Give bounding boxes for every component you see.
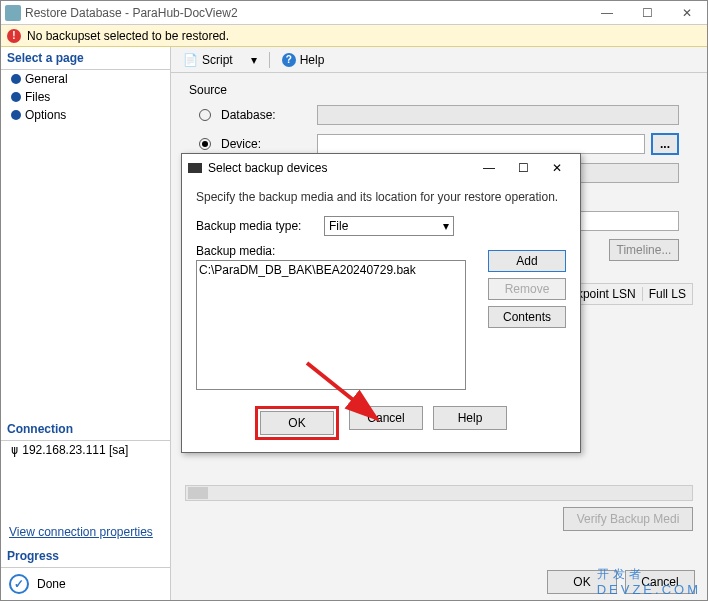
script-button[interactable]: 📄 Script	[177, 51, 239, 69]
dialog-close[interactable]: ✕	[540, 161, 574, 175]
nav-options[interactable]: Options	[1, 106, 170, 124]
select-backup-devices-dialog: Select backup devices — ☐ ✕ Specify the …	[181, 153, 581, 453]
left-nav: Select a page General Files Options Conn…	[1, 47, 171, 600]
dialog-title: Select backup devices	[208, 161, 472, 175]
add-button[interactable]: Add	[488, 250, 566, 272]
dialog-description: Specify the backup media and its locatio…	[182, 182, 580, 212]
select-page-header: Select a page	[1, 47, 170, 70]
help-button[interactable]: ? Help	[276, 51, 331, 69]
warning-text: No backupset selected to be restored.	[27, 29, 229, 43]
source-group-label: Source	[185, 83, 693, 97]
window-titlebar: Restore Database - ParaHub-DocView2 — ☐ …	[1, 1, 707, 25]
nav-files[interactable]: Files	[1, 88, 170, 106]
contents-button[interactable]: Contents	[488, 306, 566, 328]
minimize-button[interactable]: —	[587, 6, 627, 20]
connection-header: Connection	[1, 418, 170, 441]
view-connection-properties-link[interactable]: View connection properties	[1, 519, 170, 545]
ok-highlight-frame: OK	[255, 406, 339, 440]
app-icon	[5, 5, 21, 21]
script-icon: 📄	[183, 53, 198, 67]
dialog-maximize[interactable]: ☐	[506, 161, 540, 175]
page-icon	[11, 74, 21, 84]
warning-icon: !	[7, 29, 21, 43]
dialog-cancel-button[interactable]: Cancel	[349, 406, 423, 430]
page-icon	[11, 92, 21, 102]
help-icon: ?	[282, 53, 296, 67]
main-cancel-button[interactable]: Cancel	[625, 570, 695, 594]
source-device-input[interactable]	[317, 134, 645, 154]
col-full-lsn: Full LS	[643, 287, 692, 301]
connection-value: ψ192.168.23.111 [sa]	[1, 441, 170, 459]
dialog-minimize[interactable]: —	[472, 161, 506, 175]
media-list-label: Backup media:	[196, 244, 316, 258]
close-button[interactable]: ✕	[667, 6, 707, 20]
source-database-label: Database:	[221, 108, 311, 122]
main-ok-button[interactable]: OK	[547, 570, 617, 594]
separator	[269, 52, 270, 68]
warning-bar: ! No backupset selected to be restored.	[1, 25, 707, 47]
media-type-label: Backup media type:	[196, 219, 316, 233]
progress-check-icon: ✓	[9, 574, 29, 594]
dialog-help-button[interactable]: Help	[433, 406, 507, 430]
script-dropdown[interactable]: ▾	[245, 51, 263, 69]
source-database-select[interactable]	[317, 105, 679, 125]
dialog-icon	[188, 163, 202, 173]
backup-media-list[interactable]: C:\ParaDM_DB_BAK\BEA20240729.bak	[196, 260, 466, 390]
source-device-label: Device:	[221, 137, 311, 151]
dialog-ok-button[interactable]: OK	[260, 411, 334, 435]
source-database-radio[interactable]	[199, 109, 211, 121]
server-icon: ψ	[11, 443, 18, 457]
nav-general[interactable]: General	[1, 70, 170, 88]
grid-horizontal-scrollbar[interactable]	[185, 485, 693, 501]
remove-button: Remove	[488, 278, 566, 300]
window-title: Restore Database - ParaHub-DocView2	[25, 6, 587, 20]
progress-status: ✓ Done	[1, 568, 170, 600]
source-device-radio[interactable]	[199, 138, 211, 150]
browse-button[interactable]: ...	[651, 133, 679, 155]
verify-button: Verify Backup Medi	[563, 507, 693, 531]
timeline-button[interactable]: Timeline...	[609, 239, 679, 261]
maximize-button[interactable]: ☐	[627, 6, 667, 20]
toolbar: 📄 Script ▾ ? Help	[171, 47, 707, 73]
page-icon	[11, 110, 21, 120]
progress-header: Progress	[1, 545, 170, 568]
chevron-down-icon: ▾	[443, 219, 449, 233]
backup-media-item[interactable]: C:\ParaDM_DB_BAK\BEA20240729.bak	[199, 263, 463, 277]
media-type-select[interactable]: File ▾	[324, 216, 454, 236]
